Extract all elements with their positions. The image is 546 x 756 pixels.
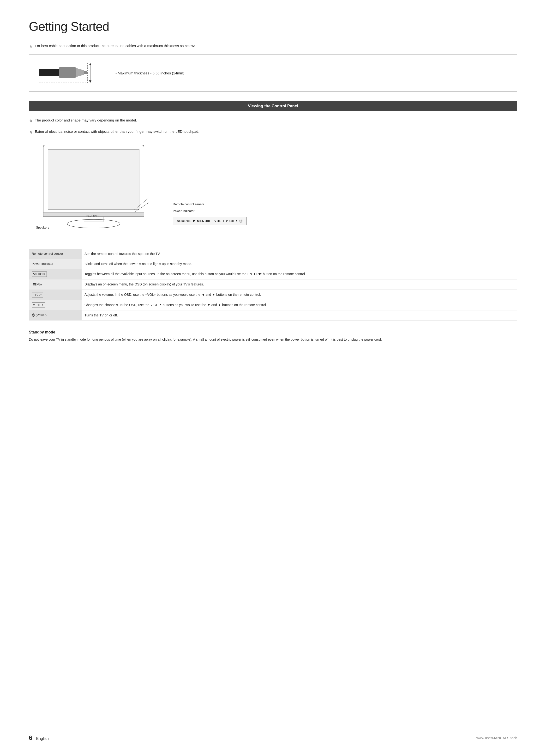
table-row: −VOL+ Adjusts the volume. In the OSD, us… bbox=[29, 290, 517, 300]
svg-marker-2 bbox=[76, 68, 84, 77]
speakers-label: Speakers bbox=[36, 226, 60, 230]
page-number-area: 6 English bbox=[29, 734, 49, 742]
table-row: Power Indicator Blinks and turns off whe… bbox=[29, 259, 517, 269]
page-number: 6 bbox=[29, 734, 32, 742]
cable-diagram-svg bbox=[39, 62, 101, 84]
control-label: SOURCE☛ bbox=[29, 269, 82, 279]
svg-rect-3 bbox=[84, 71, 87, 74]
control-desc: Toggles between all the available input … bbox=[82, 269, 517, 279]
tv-svg-wrapper: SAMSUNG Speakers bbox=[29, 140, 168, 242]
control-label: Remote control sensor bbox=[29, 249, 82, 259]
note-icon-3: ✎ bbox=[29, 129, 32, 136]
control-desc: Blinks and turns off when the power is o… bbox=[82, 259, 517, 269]
website-label: www.userMANUALS.tech bbox=[476, 736, 517, 740]
tv-diagram-container: SAMSUNG Speakers Remote control sensor P… bbox=[29, 140, 517, 242]
note-icon: ✎ bbox=[29, 44, 32, 50]
control-desc: Aim the remote control towards this spot… bbox=[82, 249, 517, 259]
control-label: −VOL+ bbox=[29, 290, 82, 300]
page-footer: 6 English www.userMANUALS.tech bbox=[29, 734, 517, 742]
control-desc: Displays an on-screen menu, the OSD (on … bbox=[82, 279, 517, 290]
svg-marker-6 bbox=[89, 63, 91, 65]
control-desc: Turns the TV on or off. bbox=[82, 310, 517, 321]
control-label: ⏻ (Power) bbox=[29, 310, 82, 321]
page-language: English bbox=[36, 737, 49, 741]
cable-note: ✎ For best cable connection to this prod… bbox=[29, 43, 517, 50]
svg-rect-9 bbox=[48, 149, 139, 209]
table-row: ∨ CH ∧ Changes the channels. In the OSD,… bbox=[29, 300, 517, 310]
section-header-control-panel: Viewing the Control Panel bbox=[29, 101, 517, 111]
note-icon-2: ✎ bbox=[29, 118, 32, 125]
control-label: ∨ CH ∧ bbox=[29, 300, 82, 310]
control-panel-note-1: ✎ The product color and shape may vary d… bbox=[29, 118, 517, 125]
table-row: Remote control sensor Aim the remote con… bbox=[29, 249, 517, 259]
page-title: Getting Started bbox=[29, 19, 517, 34]
svg-rect-1 bbox=[59, 67, 76, 78]
standby-section: Standby mode Do not leave your TV in sta… bbox=[29, 330, 517, 342]
svg-point-11 bbox=[67, 219, 120, 228]
control-label: Power Indicator bbox=[29, 259, 82, 269]
control-label: MENU⊞ bbox=[29, 279, 82, 290]
control-desc: Adjusts the volume. In the OSD, use the … bbox=[82, 290, 517, 300]
remote-sensor-label: Remote control sensor bbox=[173, 201, 247, 208]
power-indicator-label: Power Indicator bbox=[173, 208, 247, 215]
control-panel-note-2: ✎ External electrical noise or contact w… bbox=[29, 129, 517, 136]
control-desc: Changes the channels. In the OSD, use th… bbox=[82, 300, 517, 310]
svg-rect-0 bbox=[39, 69, 60, 76]
control-buttons-bar: SOURCE ☛ MENU⊞ − VOL + ∨ CH ∧ ⏻ bbox=[173, 217, 247, 225]
table-row: ⏻ (Power) Turns the TV on or off. bbox=[29, 310, 517, 321]
table-row: MENU⊞ Displays an on-screen menu, the OS… bbox=[29, 279, 517, 290]
cable-spec: Maximum thickness - 0.55 inches (14mm) bbox=[116, 71, 184, 75]
control-table: Remote control sensor Aim the remote con… bbox=[29, 249, 517, 321]
tv-right-annotations: Remote control sensor Power Indicator SO… bbox=[173, 201, 247, 242]
table-row: SOURCE☛ Toggles between all the availabl… bbox=[29, 269, 517, 279]
svg-text:SAMSUNG: SAMSUNG bbox=[86, 215, 99, 218]
sensor-labels: Remote control sensor Power Indicator bbox=[173, 201, 247, 215]
svg-marker-7 bbox=[89, 80, 91, 83]
cable-diagram-box: Maximum thickness - 0.55 inches (14mm) bbox=[29, 54, 517, 92]
standby-title: Standby mode bbox=[29, 330, 517, 334]
standby-text: Do not leave your TV in standby mode for… bbox=[29, 337, 485, 342]
tv-diagram: SAMSUNG Speakers Remote control sensor P… bbox=[29, 140, 517, 242]
